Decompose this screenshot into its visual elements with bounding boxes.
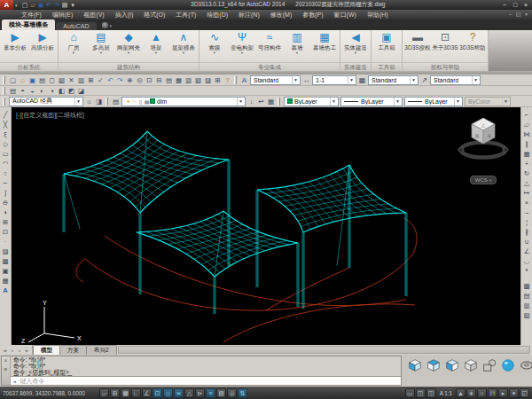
box-icon[interactable] <box>407 357 423 373</box>
polar-tracking-icon[interactable]: ∠ <box>142 388 152 398</box>
construction-line-icon[interactable]: ╳ <box>1 120 11 129</box>
curtain-thermal-button[interactable]: ▦幕墙热工 <box>311 31 338 51</box>
application-menu-icon[interactable]: A <box>0 0 13 10</box>
menu-item-7[interactable]: 标注(N) <box>233 10 265 20</box>
menu-item-5[interactable]: 工具(T) <box>170 10 201 20</box>
bring-to-front-icon[interactable]: ▩ <box>522 281 532 291</box>
auto-annotation-scale-icon[interactable]: ∗ <box>466 388 476 398</box>
cube-icon[interactable] <box>463 357 479 373</box>
match-properties-icon[interactable]: ✓ <box>96 75 106 85</box>
open-icon[interactable]: ▱ <box>18 75 27 85</box>
toolbar-grip[interactable] <box>278 98 280 106</box>
array-icon[interactable]: ▦ <box>522 149 532 159</box>
minimize-icon[interactable]: − <box>499 0 510 10</box>
redo-icon[interactable]: ↷ <box>115 75 125 85</box>
explode-icon[interactable]: * <box>522 266 532 276</box>
restore-icon[interactable]: ◱ <box>514 10 522 20</box>
tower-button[interactable]: ▲塔架▾ <box>143 31 169 55</box>
offset-icon[interactable]: ∥ <box>522 139 532 149</box>
curtain-wall-button[interactable]: ▥幕墙▾ <box>284 31 310 55</box>
close-icon[interactable]: × <box>520 0 531 10</box>
prev-tab-icon[interactable]: ‹ <box>9 346 16 355</box>
clean-screen-icon[interactable]: ◱ <box>520 388 529 398</box>
color-select[interactable]: ByLayer▼ <box>284 97 339 106</box>
about-button[interactable]: ⊡关于3D3S <box>432 31 458 51</box>
menu-item-2[interactable]: 视图(V) <box>78 10 109 20</box>
help-icon[interactable]: ? <box>223 75 232 85</box>
selection-cycling-icon[interactable]: ⇅ <box>238 388 247 398</box>
properties-icon[interactable]: ▤ <box>164 75 174 85</box>
sheet-set-manager-icon[interactable]: ▧ <box>193 75 203 85</box>
minimize-icon[interactable]: − <box>506 10 514 20</box>
new-icon[interactable]: ▢ <box>8 75 18 85</box>
customize-dropdown-icon[interactable]: ▾ <box>69 0 77 10</box>
se-isometric-icon[interactable]: ◪ <box>76 86 86 96</box>
tool-palettes-icon[interactable]: ▥ <box>184 75 193 85</box>
chevron-down-icon[interactable]: ▼ <box>472 76 479 84</box>
text-style-select[interactable]: Standard▼ <box>250 75 301 85</box>
revision-cloud-icon[interactable]: ∽ <box>1 178 11 188</box>
quick-view-drawings-icon[interactable]: ◫ <box>426 388 436 398</box>
lineweight-select[interactable]: ByLayer▼ <box>404 97 463 106</box>
send-under-icon[interactable]: ▧ <box>522 310 532 320</box>
trim-icon[interactable]: × <box>522 198 532 207</box>
ribbon-tab-module[interactable]: 模块-幕墙檩条 <box>2 20 55 30</box>
close-command-icon[interactable]: × <box>4 357 8 364</box>
named-views-icon[interactable]: ▤ <box>8 86 18 96</box>
workspace-select[interactable]: AutoCAD 经典▼ <box>9 97 83 106</box>
move-icon[interactable]: + <box>522 159 532 168</box>
menu-item-9[interactable]: 参数(P) <box>297 10 328 20</box>
quick-calc-icon[interactable]: ⊞ <box>213 75 223 85</box>
toolbar-grip[interactable] <box>106 98 108 106</box>
model-space-icon[interactable]: ▭ <box>405 388 415 398</box>
close-icon[interactable]: × <box>522 10 530 20</box>
make-current-icon[interactable]: ↓ <box>246 97 256 106</box>
ortho-mode-icon[interactable]: ∟ <box>131 388 141 398</box>
chevron-down-icon[interactable]: ▼ <box>454 98 461 106</box>
workspace-settings-icon[interactable]: ☼ <box>84 97 94 106</box>
first-tab-icon[interactable]: « <box>2 346 9 355</box>
plot-icon[interactable]: ▤ <box>61 0 69 10</box>
next-tab-icon[interactable]: › <box>16 346 23 355</box>
create-block-icon[interactable]: ⊡ <box>1 227 11 237</box>
multileader-style-select[interactable]: Standard▼ <box>430 75 481 85</box>
layer-on-icon[interactable]: ● <box>125 98 131 104</box>
region-icon[interactable]: ▣ <box>1 266 11 276</box>
infer-constraints-icon[interactable]: ▱ <box>99 388 109 398</box>
menu-item-11[interactable]: 帮助(H) <box>362 10 394 20</box>
application-status-menu-icon[interactable]: ▾ <box>509 388 519 398</box>
erase-icon[interactable]: ⌐ <box>522 110 532 120</box>
horizontal-scrollbar[interactable] <box>118 346 530 354</box>
substation-frame-button[interactable]: Ψ变电构架▾ <box>229 31 255 55</box>
menu-item-1[interactable]: 编辑(E) <box>47 10 78 20</box>
chevron-down-icon[interactable]: ▼ <box>410 76 417 84</box>
grid-shell-button[interactable]: ◆网架网壳▾ <box>115 31 142 55</box>
rectangle-icon[interactable]: ▭ <box>1 149 11 159</box>
wedge-icon[interactable] <box>426 357 442 373</box>
table-icon[interactable]: ▦ <box>1 276 11 286</box>
command-input[interactable]: » 键入命令 <box>11 376 401 385</box>
menu-item-0[interactable]: 文件(F) <box>16 10 47 20</box>
redo-icon[interactable]: ↷ <box>53 0 61 10</box>
zoom-realtime-icon[interactable]: ◎ <box>135 75 145 85</box>
paste-icon[interactable]: ⊞ <box>86 75 96 85</box>
layer-thaw-icon[interactable]: ☼ <box>131 98 137 104</box>
plot-icon[interactable]: ▤ <box>37 75 47 85</box>
copy-icon[interactable]: ▥ <box>76 75 86 85</box>
publish-icon[interactable]: ▧ <box>57 75 66 85</box>
scale-icon[interactable]: △ <box>522 178 532 188</box>
gradient-icon[interactable]: ▩ <box>1 256 11 266</box>
workspace-switching-icon[interactable]: ☼ <box>477 388 487 398</box>
rotate-icon[interactable]: ↻ <box>522 168 532 178</box>
layer-select[interactable]: ● ☼ ▯ ▤ dim ▼ <box>121 97 246 106</box>
advanced-analysis-button[interactable]: ▶高级分析 <box>29 31 56 51</box>
viewcube-ucs-menu[interactable]: WCS▾ <box>470 176 497 184</box>
dynamic-ucs-icon[interactable]: △ <box>184 388 194 398</box>
torus-icon[interactable] <box>519 357 532 373</box>
menu-item-10[interactable]: 窗口(W) <box>329 10 362 20</box>
pan-icon[interactable]: ⊕ <box>125 75 135 85</box>
chamfer-icon[interactable]: ∠ <box>522 246 532 256</box>
mirror-icon[interactable]: ⋈ <box>522 129 532 139</box>
line-icon[interactable]: ╱ <box>1 110 11 120</box>
roof-purlin-button[interactable]: ∧屋架檩条▾ <box>170 31 197 55</box>
